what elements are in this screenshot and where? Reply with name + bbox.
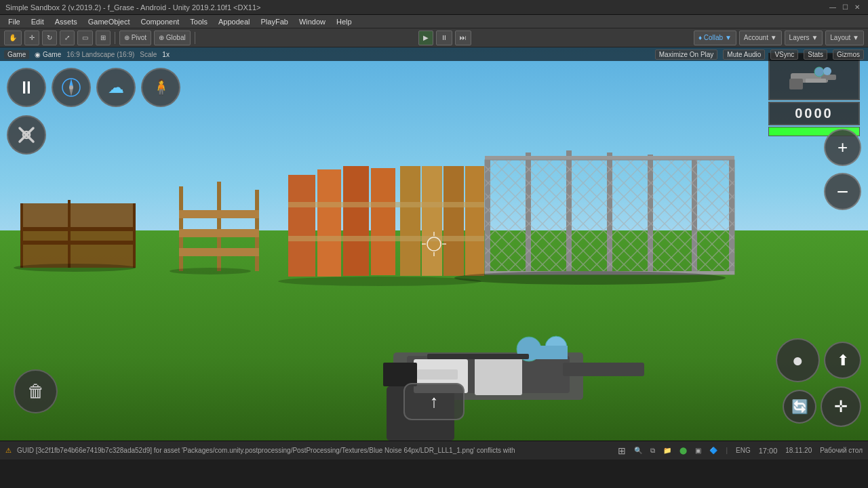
- svg-rect-4: [20, 203, 136, 268]
- svg-rect-7: [133, 203, 136, 268]
- menu-appodeal[interactable]: Appodeal: [213, 16, 256, 27]
- svg-rect-25: [288, 236, 484, 241]
- toolbar-rect[interactable]: ▭: [77, 30, 93, 45]
- menu-file[interactable]: File: [3, 16, 26, 27]
- mute-audio-button[interactable]: Mute Audio: [723, 49, 765, 60]
- svg-rect-51: [417, 369, 458, 380]
- zoom-out-button[interactable]: −: [824, 173, 861, 210]
- vsync-button[interactable]: VSync: [770, 49, 798, 60]
- svg-rect-19: [371, 168, 395, 275]
- taskbar-desktop[interactable]: Рабочий стол: [820, 447, 863, 454]
- svg-rect-6: [68, 200, 71, 268]
- delete-button[interactable]: 🗑: [14, 369, 58, 413]
- svg-point-37: [454, 271, 726, 285]
- toolbar-rotate[interactable]: ↻: [42, 30, 57, 45]
- pivot-button[interactable]: ⊕ Pivot: [119, 30, 151, 45]
- maximize-button[interactable]: ☐: [840, 2, 850, 13]
- menu-help[interactable]: Help: [331, 16, 357, 27]
- svg-rect-34: [485, 160, 734, 274]
- layers-button[interactable]: Layers ▼: [785, 30, 823, 45]
- pivot-label: ⊕ Pivot: [124, 34, 146, 41]
- toolbar-sep1: [115, 32, 115, 44]
- svg-point-68: [814, 67, 824, 77]
- svg-rect-5: [20, 203, 23, 268]
- game-view[interactable]: Game ◉ Game 16:9 Landscape (16:9) Scale …: [0, 47, 868, 441]
- svg-rect-23: [465, 166, 484, 276]
- status-bar: ⚠ GUID [3c2f1fb7e4b66e7419b7c328ada52d9]…: [0, 441, 868, 460]
- gizmos-button[interactable]: Gizmos: [833, 49, 864, 60]
- menu-tools[interactable]: Tools: [184, 16, 213, 27]
- pause-button[interactable]: ⏸: [436, 30, 452, 45]
- aspect-label: 16:9 Landscape (16:9): [66, 51, 134, 58]
- stats-button[interactable]: Stats: [804, 49, 827, 60]
- bottom-right-controls: ● ⬆ 🔄 ✛: [776, 338, 861, 427]
- collab-label: ♦ Collab ▼: [698, 34, 732, 41]
- svg-rect-67: [789, 79, 803, 89]
- taskbar-chrome[interactable]: ⬤: [679, 447, 687, 454]
- taskbar-lang: ENG: [736, 447, 751, 454]
- hud-ammo-panel: 0000: [768, 53, 860, 136]
- jump-button[interactable]: ⬆: [824, 342, 861, 379]
- menu-assets[interactable]: Assets: [50, 16, 83, 27]
- svg-rect-16: [288, 175, 315, 277]
- svg-rect-43: [563, 363, 644, 376]
- svg-rect-18: [343, 166, 369, 276]
- account-button[interactable]: Account ▼: [739, 30, 782, 45]
- game-pause-button[interactable]: ⏸: [7, 68, 46, 107]
- zoom-in-button[interactable]: +: [824, 129, 861, 166]
- menu-edit[interactable]: Edit: [26, 16, 50, 27]
- taskbar-search[interactable]: 🔍: [634, 447, 642, 454]
- menu-component[interactable]: Component: [135, 16, 184, 27]
- svg-rect-70: [806, 79, 826, 83]
- taskbar-vs[interactable]: 🔷: [709, 447, 717, 454]
- taskbar-unity[interactable]: ▣: [695, 447, 701, 454]
- title-bar: Simple Sandbox 2 (v.2019.2) - f_Grase - …: [0, 0, 868, 15]
- toolbar: ✋ ✛ ↻ ⤢ ▭ ⊞ ⊕ Pivot ⊕ Global ▶ ⏸ ⏭ ♦ Col…: [0, 28, 868, 47]
- svg-rect-15: [179, 248, 259, 256]
- game-weather-button[interactable]: ☁: [96, 68, 136, 107]
- scale-value: 1x: [162, 51, 170, 58]
- play-button[interactable]: ▶: [418, 30, 433, 45]
- step-button[interactable]: ⏭: [455, 30, 471, 45]
- toolbar-transform[interactable]: ⊞: [96, 30, 111, 45]
- minimize-button[interactable]: —: [827, 2, 838, 13]
- menu-playfab[interactable]: PlayFab: [256, 16, 294, 27]
- taskbar: ⊞ 🔍 ⧉ 📁 ⬤ ▣ 🔷 | ENG 17:00 18.11.20 Рабоч…: [618, 445, 863, 456]
- menu-gameobject[interactable]: GameObject: [83, 16, 136, 27]
- game-info-bar: Game ◉ Game 16:9 Landscape (16:9) Scale …: [0, 47, 868, 61]
- game-settings-button[interactable]: [7, 115, 46, 155]
- taskbar-time: 17:00: [759, 447, 778, 455]
- maximize-on-play-button[interactable]: Maximize On Play: [655, 49, 718, 60]
- layers-label: Layers ▼: [789, 34, 818, 41]
- global-label: ⊕ Global: [159, 34, 186, 41]
- wrench-cross-icon: [16, 124, 37, 146]
- toolbar-hand[interactable]: ✋: [4, 30, 22, 45]
- layout-button[interactable]: Layout ▼: [825, 30, 864, 45]
- rotate-button[interactable]: 🔄: [783, 390, 816, 424]
- taskbar-start[interactable]: ⊞: [618, 445, 626, 456]
- title-text: Simple Sandbox 2 (v.2019.2) - f_Grase - …: [5, 3, 827, 12]
- taskbar-task-view[interactable]: ⧉: [650, 447, 655, 455]
- close-button[interactable]: ✕: [852, 2, 863, 13]
- svg-rect-14: [179, 229, 259, 237]
- trash-icon: 🗑: [27, 381, 45, 402]
- global-button[interactable]: ⊕ Global: [154, 30, 191, 45]
- toolbar-move[interactable]: ✛: [24, 30, 39, 45]
- taskbar-file-explorer[interactable]: 📁: [663, 447, 671, 454]
- collab-button[interactable]: ♦ Collab ▼: [694, 30, 736, 45]
- svg-rect-52: [427, 354, 529, 359]
- menu-window[interactable]: Window: [294, 16, 331, 27]
- taskbar-sep: |: [726, 447, 728, 454]
- zoom-controls: + −: [824, 129, 861, 210]
- toolbar-sep2: [195, 32, 195, 44]
- game-nav-button[interactable]: [52, 68, 91, 107]
- toolbar-scale[interactable]: ⤢: [60, 30, 75, 45]
- status-message: GUID [3c2f1fb7e4b66e7419b7c328ada52d9] f…: [17, 447, 612, 454]
- game-character-button[interactable]: 🧍: [141, 68, 180, 107]
- fire-button[interactable]: ●: [776, 338, 820, 382]
- up-arrow-button[interactable]: ↑: [403, 383, 465, 420]
- svg-point-60: [69, 85, 73, 89]
- dpad-button[interactable]: ✛: [821, 386, 861, 427]
- svg-rect-11: [217, 182, 221, 271]
- game-label: ◉ Game: [35, 51, 61, 58]
